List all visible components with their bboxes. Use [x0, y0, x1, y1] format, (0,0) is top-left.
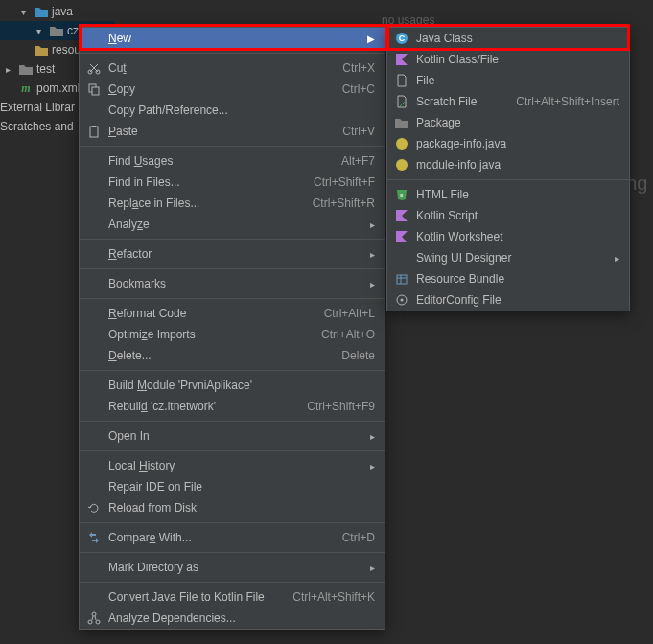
menu-label: Bookmarks [108, 277, 364, 290]
svg-point-7 [96, 620, 100, 624]
menu-find-files[interactable]: Find in Files... Ctrl+Shift+F [80, 172, 385, 193]
submenu-kotlin-script[interactable]: Kotlin Script [387, 205, 629, 226]
new-submenu: C Java Class Kotlin Class/File File Scra… [386, 27, 630, 311]
menu-separator [80, 370, 385, 371]
menu-refactor[interactable]: Refactor ▸ [80, 243, 385, 264]
menu-compare[interactable]: Compare With... Ctrl+D [80, 527, 385, 548]
menu-label: New [108, 32, 361, 45]
tree-label: pom.xml [36, 81, 80, 95]
menu-local-history[interactable]: Local History ▸ [80, 455, 385, 476]
menu-label: Find in Files... [108, 175, 314, 189]
menu-label: Kotlin Script [416, 209, 619, 222]
menu-label: HTML File [416, 188, 619, 201]
java-file-icon [393, 157, 410, 172]
editorconfig-icon [393, 292, 410, 308]
submenu-pkginfo[interactable]: package-info.java [387, 133, 629, 154]
blank-icon [85, 348, 103, 363]
menu-analyze-deps[interactable]: Analyze Dependencies... [80, 608, 385, 629]
no-usages-label: no usages [382, 13, 434, 27]
menu-open-in[interactable]: Open In ▸ [80, 426, 385, 447]
menu-replace-files[interactable]: Replace in Files... Ctrl+Shift+R [80, 193, 385, 214]
menu-delete[interactable]: Delete... Delete [80, 345, 385, 366]
submenu-package[interactable]: Package [387, 112, 629, 133]
blank-icon [85, 103, 103, 118]
menu-analyze[interactable]: Analyze ▸ [80, 214, 385, 235]
bundle-icon [393, 271, 410, 287]
menu-cut[interactable]: Cut Ctrl+X [80, 58, 385, 79]
submenu-resource-bundle[interactable]: Resource Bundle [387, 268, 629, 289]
menu-find-usages[interactable]: Find Usages Alt+F7 [80, 150, 385, 172]
menu-label: EditorConfig File [416, 293, 619, 307]
paste-icon [85, 124, 103, 139]
menu-separator [80, 298, 385, 299]
blank-icon [85, 428, 103, 444]
menu-paste[interactable]: Paste Ctrl+V [80, 121, 385, 142]
menu-label: module-info.java [416, 158, 619, 172]
menu-shortcut: Ctrl+V [342, 125, 375, 138]
menu-separator [80, 268, 385, 269]
menu-label: Compare With... [108, 531, 342, 544]
submenu-java-class[interactable]: C Java Class [387, 28, 629, 49]
svg-point-11 [396, 138, 408, 150]
chevron-right-icon: ▶ [367, 34, 375, 44]
menu-separator [80, 146, 385, 147]
menu-repair[interactable]: Repair IDE on File [80, 476, 385, 497]
menu-separator [80, 552, 385, 553]
menu-separator [387, 179, 629, 180]
submenu-file[interactable]: File [387, 70, 629, 91]
folder-icon [19, 62, 33, 76]
chevron-right-icon: ▸ [370, 249, 375, 260]
menu-label: Kotlin Worksheet [416, 230, 619, 243]
svg-point-6 [88, 620, 92, 624]
tree-node-java[interactable]: ▾ java [0, 2, 115, 21]
blank-icon [85, 589, 103, 605]
menu-copypath[interactable]: Copy Path/Reference... [80, 100, 385, 121]
menu-optimize[interactable]: Optimize Imports Ctrl+Alt+O [80, 324, 385, 345]
menu-label: File [416, 74, 619, 87]
submenu-swing[interactable]: Swing UI Designer ▸ [387, 247, 629, 268]
menu-reload[interactable]: Reload from Disk [80, 497, 385, 518]
submenu-kotlin-worksheet[interactable]: Kotlin Worksheet [387, 226, 629, 247]
context-menu: New ▶ Cut Ctrl+X Copy Ctrl+C Copy Path/R… [79, 27, 385, 630]
scissors-icon [85, 60, 103, 76]
blank-icon [85, 479, 103, 494]
menu-reformat[interactable]: Reformat Code Ctrl+Alt+L [80, 303, 385, 324]
blank-icon [85, 378, 103, 393]
menu-rebuild[interactable]: Rebuild 'cz.itnetwork' Ctrl+Shift+F9 [80, 396, 385, 417]
menu-label: Swing UI Designer [416, 251, 609, 264]
tree-label: Scratches and [0, 120, 74, 133]
submenu-html[interactable]: 5 HTML File [387, 184, 629, 205]
chevron-right-icon: ▸ [370, 461, 375, 472]
submenu-scratch[interactable]: Scratch File Ctrl+Alt+Shift+Insert [387, 91, 629, 112]
menu-label: Scratch File [416, 95, 516, 108]
menu-build-module[interactable]: Build Module 'PrvniAplikace' [80, 375, 385, 396]
chevron-right-icon: ▸ [370, 279, 375, 289]
menu-new[interactable]: New ▶ [80, 28, 385, 49]
blank-icon [393, 250, 410, 265]
folder-icon [35, 5, 48, 18]
menu-shortcut: Ctrl+C [342, 82, 375, 96]
submenu-kotlin-class[interactable]: Kotlin Class/File [387, 49, 629, 70]
chevron-right-icon: ▸ [370, 563, 375, 573]
menu-shortcut: Delete [341, 349, 375, 362]
blank-icon [85, 458, 103, 473]
kotlin-icon [393, 229, 410, 244]
caret-down-icon: ▾ [21, 7, 31, 17]
blank-icon [85, 174, 103, 190]
menu-separator [80, 421, 385, 422]
svg-rect-3 [92, 87, 99, 95]
submenu-modinfo[interactable]: module-info.java [387, 154, 629, 175]
menu-label: Delete... [108, 349, 341, 362]
menu-convert-kotlin[interactable]: Convert Java File to Kotlin File Ctrl+Al… [80, 586, 385, 608]
menu-mark-directory[interactable]: Mark Directory as ▸ [80, 557, 385, 578]
menu-copy[interactable]: Copy Ctrl+C [80, 79, 385, 100]
tree-label: test [36, 62, 55, 76]
menu-label: Local History [108, 459, 364, 472]
blank-icon [85, 399, 103, 414]
menu-label: Reload from Disk [108, 501, 375, 515]
submenu-editorconfig[interactable]: EditorConfig File [387, 289, 629, 310]
menu-bookmarks[interactable]: Bookmarks ▸ [80, 273, 385, 294]
copy-icon [85, 81, 103, 97]
menu-label: package-info.java [416, 137, 619, 150]
blank-icon [85, 246, 103, 262]
